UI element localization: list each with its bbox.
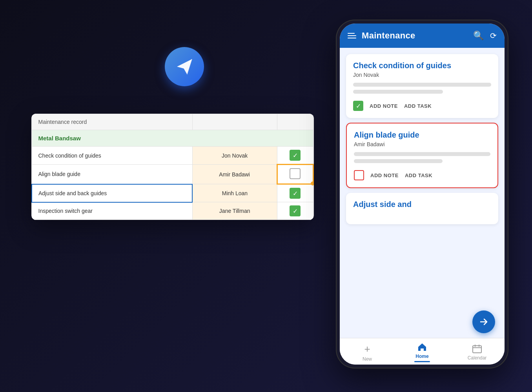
nav-label-calendar: Calendar <box>468 355 487 361</box>
card-2-lines <box>354 152 490 163</box>
card-1-person: Jon Novak <box>353 72 491 78</box>
table-row: Align blade guide Amir Badawi <box>32 165 313 184</box>
spreadsheet-section-row: Metal Bandsaw <box>32 130 313 147</box>
calendar-icon <box>472 344 482 354</box>
line-3 <box>354 152 490 156</box>
task-name-3: Adjust side and back guides <box>32 184 192 202</box>
svg-rect-0 <box>473 346 481 353</box>
phone-screen: Maintenance 🔍 ⟳ Check condition of guide… <box>340 24 505 365</box>
nav-item-home[interactable]: Home <box>410 342 434 362</box>
task-assignee-3: Minh Loan <box>192 184 277 202</box>
card-2-person: Amir Badawi <box>354 141 490 147</box>
task-assignee-4: Jane Tillman <box>192 202 277 220</box>
add-note-button-2[interactable]: ADD NOTE <box>370 172 399 178</box>
task-assignee-2: Amir Badawi <box>192 165 277 184</box>
add-task-button-2[interactable]: ADD TASK <box>405 172 432 178</box>
phone-frame: Maintenance 🔍 ⟳ Check condition of guide… <box>336 20 508 368</box>
line-2 <box>353 90 443 94</box>
task-status-4[interactable]: ✓ <box>277 202 313 220</box>
card-1-actions: ✓ ADD NOTE ADD TASK <box>353 99 491 111</box>
section-label: Metal Bandsaw <box>32 130 313 147</box>
card-2-checkbox[interactable] <box>354 170 364 180</box>
line-1 <box>353 83 491 87</box>
checked-icon: ✓ <box>290 205 301 216</box>
spreadsheet-header-row: Maintenance record <box>32 114 313 130</box>
table-row: Inspection switch gear Jane Tillman ✓ <box>32 202 313 220</box>
nav-item-calendar[interactable]: Calendar <box>465 344 489 361</box>
nav-label-new: New <box>363 356 372 362</box>
task-name-2: Align blade guide <box>32 165 192 184</box>
checked-icon: ✓ <box>290 150 301 161</box>
card-2-actions: ADD NOTE ADD TASK <box>354 169 490 180</box>
menu-icon[interactable] <box>348 33 356 38</box>
task-assignee-1: Jon Novak <box>192 147 277 165</box>
home-indicator <box>414 361 430 362</box>
card-3-title: Adjust side and <box>353 200 491 209</box>
card-1-lines <box>353 83 491 94</box>
task-card-2[interactable]: Align blade guide Amir Badawi ADD NOTE A… <box>346 123 498 188</box>
paper-plane-container <box>165 47 204 86</box>
task-status-3[interactable]: ✓ <box>277 184 313 202</box>
spreadsheet-panel: Maintenance record Metal Bandsaw Check c… <box>31 114 314 220</box>
new-icon: + <box>364 343 370 355</box>
table-row: Adjust side and back guides Minh Loan ✓ <box>32 184 313 202</box>
app-header: Maintenance 🔍 ⟳ <box>340 24 505 48</box>
card-1-checkbox[interactable]: ✓ <box>353 101 363 111</box>
header-col2 <box>192 114 277 130</box>
header-icons: 🔍 ⟳ <box>473 31 497 41</box>
refresh-icon[interactable]: ⟳ <box>490 31 497 40</box>
fab-button[interactable] <box>472 310 495 333</box>
home-icon <box>417 342 427 352</box>
app-title: Maintenance <box>362 31 415 41</box>
task-status-1[interactable]: ✓ <box>277 147 313 165</box>
nav-label-home: Home <box>415 354 428 359</box>
yellow-indicator <box>311 181 314 185</box>
task-name-1: Check condition of guides <box>32 147 192 165</box>
nav-item-new[interactable]: + New <box>355 343 379 362</box>
task-card-1[interactable]: Check condition of guides Jon Novak ✓ AD… <box>346 54 498 118</box>
line-4 <box>354 159 443 163</box>
add-note-button-1[interactable]: ADD NOTE <box>370 103 398 109</box>
card-1-title: Check condition of guides <box>353 61 491 70</box>
task-status-2[interactable] <box>277 165 313 184</box>
checked-icon: ✓ <box>290 188 301 199</box>
task-name-4: Inspection switch gear <box>32 202 192 220</box>
unchecked-icon <box>290 168 301 179</box>
bottom-nav: + New Home Calendar <box>340 338 505 365</box>
card-2-title: Align blade guide <box>354 131 490 140</box>
add-task-button-1[interactable]: ADD TASK <box>404 103 432 109</box>
search-icon[interactable]: 🔍 <box>473 31 484 41</box>
table-row: Check condition of guides Jon Novak ✓ <box>32 147 313 165</box>
header-left: Maintenance <box>348 31 415 41</box>
task-card-3-partial[interactable]: Adjust side and <box>346 193 498 224</box>
paper-plane-icon <box>165 47 204 86</box>
header-col3 <box>277 114 313 130</box>
app-content: Check condition of guides Jon Novak ✓ AD… <box>340 48 505 338</box>
header-col1: Maintenance record <box>32 114 192 130</box>
